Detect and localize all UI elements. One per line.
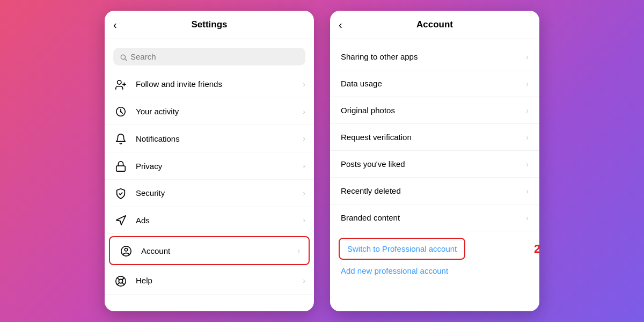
sidebar-item-help[interactable]: Help › bbox=[105, 267, 314, 295]
help-label: Help bbox=[136, 276, 303, 285]
ads-chevron: › bbox=[303, 216, 305, 224]
account-header: ‹ Account bbox=[330, 11, 539, 39]
account-item-sharing[interactable]: Sharing to other apps › bbox=[330, 43, 539, 70]
security-label: Security bbox=[136, 188, 303, 197]
posts-liked-chevron: › bbox=[526, 160, 529, 169]
branded-content-chevron: › bbox=[526, 214, 529, 222]
sidebar-item-account[interactable]: Account › bbox=[109, 236, 310, 265]
account-item-data-usage[interactable]: Data usage › bbox=[330, 70, 539, 97]
account-item-branded-content[interactable]: Branded content › bbox=[330, 204, 539, 231]
original-photos-chevron: › bbox=[526, 106, 529, 115]
switch-professional-button[interactable]: Switch to Professional account bbox=[339, 238, 465, 260]
professional-badge: 2 bbox=[534, 242, 539, 256]
sharing-chevron: › bbox=[526, 53, 529, 61]
original-photos-label: Original photos bbox=[341, 106, 395, 115]
svg-point-9 bbox=[125, 248, 128, 252]
recently-deleted-label: Recently deleted bbox=[341, 186, 401, 195]
account-chevron: › bbox=[297, 246, 300, 255]
settings-back-button[interactable]: ‹ bbox=[113, 19, 117, 31]
branded-content-label: Branded content bbox=[341, 213, 400, 222]
settings-content: Follow and invite friends › Your activit… bbox=[105, 39, 314, 311]
settings-panel: ‹ Settings Follow and bbox=[105, 11, 314, 311]
account-item-recently-deleted[interactable]: Recently deleted › bbox=[330, 178, 539, 204]
sidebar-item-notifications[interactable]: Notifications › bbox=[105, 125, 314, 152]
request-verification-chevron: › bbox=[526, 133, 529, 142]
account-label: Account bbox=[141, 246, 297, 255]
follow-chevron: › bbox=[303, 80, 305, 89]
notifications-chevron: › bbox=[303, 134, 305, 143]
account-item-original-photos[interactable]: Original photos › bbox=[330, 97, 539, 124]
shield-icon bbox=[113, 187, 128, 200]
activity-label: Your activity bbox=[136, 107, 303, 116]
person-circle-icon bbox=[119, 244, 134, 257]
lifebuoy-icon bbox=[113, 274, 128, 287]
settings-title: Settings bbox=[191, 19, 227, 30]
request-verification-label: Request verification bbox=[341, 133, 412, 142]
data-usage-chevron: › bbox=[526, 79, 529, 88]
activity-chevron: › bbox=[303, 107, 305, 116]
person-add-icon bbox=[113, 78, 128, 91]
notifications-label: Notifications bbox=[136, 134, 303, 143]
data-usage-label: Data usage bbox=[341, 79, 382, 88]
bell-icon bbox=[113, 132, 128, 145]
svg-line-12 bbox=[118, 277, 120, 280]
sidebar-item-privacy[interactable]: Privacy › bbox=[105, 152, 314, 180]
sidebar-item-activity[interactable]: Your activity › bbox=[105, 98, 314, 126]
svg-line-15 bbox=[122, 278, 124, 280]
lock-icon bbox=[113, 159, 128, 172]
svg-point-2 bbox=[118, 80, 121, 84]
settings-header: ‹ Settings bbox=[105, 11, 314, 39]
sharing-label: Sharing to other apps bbox=[341, 52, 418, 61]
security-chevron: › bbox=[303, 189, 305, 197]
posts-liked-label: Posts you've liked bbox=[341, 159, 405, 169]
svg-line-16 bbox=[118, 282, 120, 284]
search-input[interactable] bbox=[130, 52, 299, 61]
follow-label: Follow and invite friends bbox=[136, 79, 303, 89]
ads-label: Ads bbox=[136, 216, 303, 225]
privacy-chevron: › bbox=[303, 162, 305, 170]
svg-rect-7 bbox=[116, 166, 126, 171]
search-icon bbox=[120, 52, 127, 61]
privacy-label: Privacy bbox=[136, 162, 303, 171]
recently-deleted-chevron: › bbox=[526, 187, 529, 195]
account-item-posts-liked[interactable]: Posts you've liked › bbox=[330, 151, 539, 178]
search-bar[interactable] bbox=[113, 48, 305, 65]
add-professional-link[interactable]: Add new professional account bbox=[330, 262, 539, 280]
svg-line-13 bbox=[122, 282, 125, 284]
account-content: Sharing to other apps › Data usage › Ori… bbox=[330, 39, 539, 311]
clock-icon bbox=[113, 105, 128, 118]
help-chevron: › bbox=[303, 276, 305, 285]
account-title: Account bbox=[416, 19, 453, 30]
account-item-request-verification[interactable]: Request verification › bbox=[330, 124, 539, 151]
sidebar-item-ads[interactable]: Ads › bbox=[105, 207, 314, 235]
sidebar-item-security[interactable]: Security › bbox=[105, 180, 314, 207]
svg-line-1 bbox=[125, 58, 127, 60]
svg-point-6 bbox=[120, 111, 122, 113]
megaphone-icon bbox=[113, 214, 128, 227]
account-back-button[interactable]: ‹ bbox=[339, 19, 342, 31]
sidebar-item-follow[interactable]: Follow and invite friends › bbox=[105, 71, 314, 98]
account-panel: ‹ Account Sharing to other apps › Data u… bbox=[330, 11, 539, 311]
